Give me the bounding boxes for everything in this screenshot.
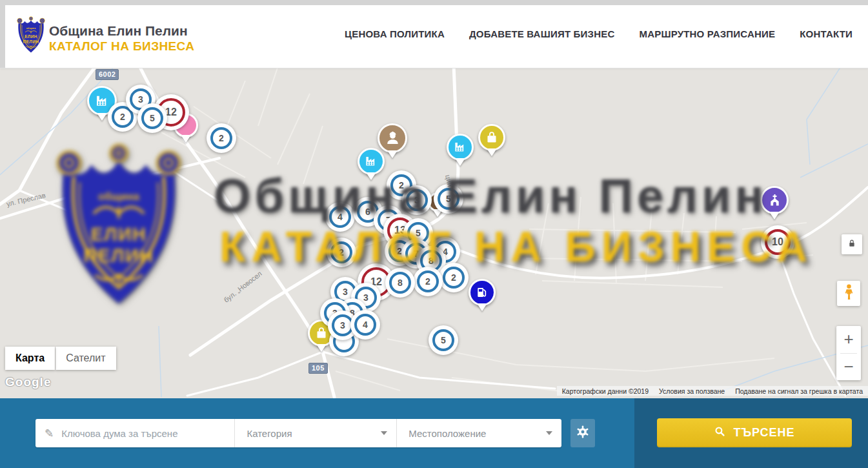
site-header: Община Елин Пелин КАТАЛОГ НА БИЗНЕСА ЦЕН… [0, 0, 868, 68]
location-dropdown[interactable]: Местоположение [397, 419, 561, 447]
attribution-report-link[interactable]: Подаване на сигнал за грешка в картата [735, 387, 863, 395]
lock-button[interactable] [842, 234, 862, 254]
map-type-button-satellite[interactable]: Сателит [56, 347, 116, 370]
caret-down-icon [381, 431, 387, 435]
google-logo[interactable]: Google [5, 375, 51, 389]
watermark-subtitle: КАТАЛОГ НА БИЗНЕСА [219, 222, 813, 271]
pegman-icon [842, 283, 856, 303]
watermark-crest [50, 137, 187, 313]
site-title: Община Елин Пелин [49, 23, 188, 39]
search-button[interactable]: ТЪРСЕНЕ [657, 418, 852, 447]
road-number-label: 105 [308, 363, 328, 374]
category-label: Категория [247, 428, 292, 439]
advanced-settings-button[interactable] [570, 419, 595, 447]
attribution-terms-link[interactable]: Условия за ползване [659, 387, 725, 395]
pegman-streetview-button[interactable] [837, 281, 860, 306]
watermark-title: Община Елин Пелин [214, 168, 767, 223]
street-name-label: бул. „Новосел [222, 270, 263, 304]
nav-item-pricing[interactable]: ЦЕНОВА ПОЛИТИКА [345, 28, 445, 39]
search-widget: ✎ Категория Местоположение [35, 419, 561, 447]
main-nav: ЦЕНОВА ПОЛИТИКА ДОБАВЕТЕ ВАШИЯТ БИЗНЕС М… [345, 0, 853, 68]
search-panel: ✎ Категория Местоположение [0, 398, 868, 468]
caret-down-icon [546, 431, 552, 435]
page-canvas: 2312522354671352247822128338334510 60021… [0, 0, 868, 468]
nav-item-route-schedule[interactable]: МАРШРУТНО РАЗПИСАНИЕ [639, 28, 775, 39]
zoom-out-button[interactable]: − [836, 354, 861, 381]
google-map[interactable]: 2312522354671352247822128338334510 60021… [0, 68, 868, 398]
site-subtitle: КАТАЛОГ НА БИЗНЕСА [49, 39, 194, 54]
zoom-control: + − [836, 326, 861, 380]
keyword-search-input[interactable] [60, 427, 217, 440]
magnifier-icon [714, 425, 726, 441]
lock-icon [847, 238, 857, 251]
street-name-label: ул. Преслав [6, 191, 46, 208]
keyword-section: ✎ [35, 419, 234, 447]
map-type-button-map[interactable]: Карта [5, 347, 55, 370]
window-edge-left [0, 0, 5, 68]
nav-item-contacts[interactable]: КОНТАКТИ [800, 28, 853, 39]
map-type-control: Карта Сателит [5, 347, 116, 370]
search-button-label: ТЪРСЕНЕ [733, 426, 794, 440]
nav-item-add-business[interactable]: ДОБАВЕТЕ ВАШИЯТ БИЗНЕС [469, 28, 614, 39]
attribution-copyright: Картографски данни ©2019 [562, 387, 649, 395]
category-dropdown[interactable]: Категория [235, 419, 396, 447]
crest-logo[interactable] [15, 14, 46, 56]
map-attribution: Картографски данни ©2019 Условия за полз… [557, 386, 868, 396]
location-label: Местоположение [409, 428, 486, 439]
road-number-label: 6002 [96, 69, 119, 80]
gear-icon [576, 425, 590, 442]
zoom-in-button[interactable]: + [836, 326, 861, 353]
pencil-icon: ✎ [45, 427, 54, 440]
